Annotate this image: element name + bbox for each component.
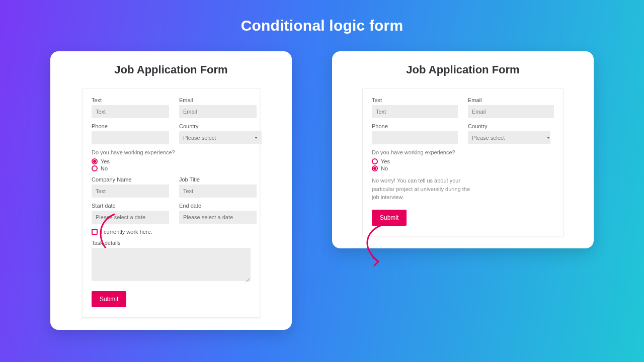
taskdetails-label: Task details <box>92 240 251 246</box>
form-card-no: Job Application Form Text Email Phone <box>332 51 594 248</box>
experience-question: Do you have working experience? <box>92 149 251 155</box>
jobtitle-input[interactable] <box>179 185 257 198</box>
startdate-input[interactable] <box>92 211 169 224</box>
radio-no-label: No <box>381 165 388 171</box>
form-title: Job Application Form <box>59 63 283 76</box>
radio-no[interactable] <box>372 165 378 171</box>
company-input[interactable] <box>92 185 169 198</box>
form-title: Job Application Form <box>341 63 585 76</box>
text-input[interactable] <box>92 105 169 118</box>
phone-input[interactable] <box>92 131 169 144</box>
phone-label: Phone <box>92 123 169 129</box>
text-label: Text <box>372 97 458 103</box>
email-input[interactable] <box>468 105 554 118</box>
startdate-label: Start date <box>92 203 169 209</box>
job-application-form: Text Email Phone Country <box>82 88 260 318</box>
phone-label: Phone <box>372 123 458 129</box>
radio-yes-label: Yes <box>101 158 110 164</box>
country-label: Country <box>468 123 554 129</box>
radio-yes[interactable] <box>92 158 98 164</box>
job-application-form: Text Email Phone Country <box>362 88 564 236</box>
radio-yes[interactable] <box>372 158 378 164</box>
email-label: Email <box>468 97 554 103</box>
country-select[interactable] <box>468 131 550 144</box>
radio-no[interactable] <box>92 165 98 171</box>
email-label: Email <box>179 97 257 103</box>
jobtitle-label: Job Title <box>179 176 257 183</box>
phone-input[interactable] <box>372 131 458 144</box>
current-work-checkbox[interactable] <box>92 229 98 235</box>
experience-question: Do you have working experience? <box>372 149 554 155</box>
company-label: Company Name <box>92 176 169 183</box>
text-input[interactable] <box>372 105 458 118</box>
page-title: Conditional logic form <box>0 0 644 34</box>
taskdetails-textarea[interactable] <box>92 248 251 281</box>
no-experience-note: No worry! You can tell us about your par… <box>372 176 472 202</box>
radio-no-label: No <box>101 165 108 171</box>
submit-button[interactable]: Submit <box>92 291 126 307</box>
current-work-label: I currently work here. <box>101 229 152 235</box>
email-input[interactable] <box>179 105 257 118</box>
submit-button[interactable]: Submit <box>372 210 407 226</box>
enddate-label: End date <box>179 203 257 209</box>
country-label: Country <box>179 123 262 129</box>
country-select[interactable] <box>179 131 262 144</box>
radio-yes-label: Yes <box>381 158 390 164</box>
form-card-yes: Job Application Form Text Email Phone <box>50 51 292 330</box>
text-label: Text <box>92 97 169 103</box>
enddate-input[interactable] <box>179 211 257 224</box>
